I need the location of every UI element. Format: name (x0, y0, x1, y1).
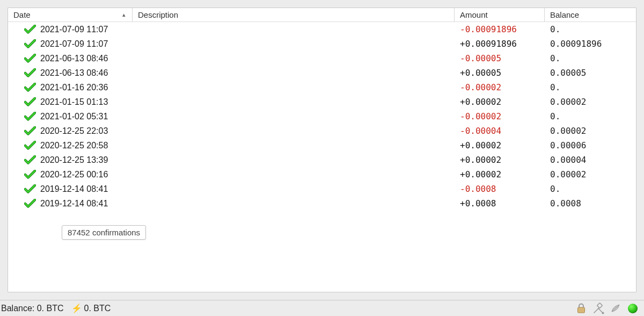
cell-amount: -0.00002 (455, 111, 545, 121)
cell-balance: 0.00004 (545, 155, 636, 165)
cell-balance: 0.00002 (545, 169, 636, 179)
date-text: 2021-01-16 20:36 (40, 83, 108, 92)
confirmed-check-icon (24, 141, 36, 150)
cell-date: 2019-12-14 08:41 (8, 184, 133, 194)
cell-date: 2020-12-25 13:39 (8, 155, 133, 165)
history-table: Date ▴ Description Amount Balance 2021-0… (8, 8, 636, 292)
cell-amount: +0.00002 (455, 155, 545, 165)
date-text: 2021-06-13 08:46 (40, 54, 108, 63)
confirmed-check-icon (24, 184, 36, 194)
date-text: 2020-12-25 00:16 (40, 170, 108, 179)
cell-amount: -0.00002 (455, 82, 545, 92)
table-row[interactable]: 2019-12-14 08:41+0.00080.0008 (8, 196, 636, 211)
confirmed-check-icon (24, 39, 36, 49)
lightning-balance: ⚡ 0. BTC (71, 303, 111, 313)
date-text: 2021-07-09 11:07 (40, 25, 108, 34)
cell-date: 2019-12-14 08:41 (8, 199, 133, 209)
table-row[interactable]: 2021-06-13 08:46-0.000050. (8, 51, 636, 66)
confirmed-check-icon (24, 199, 36, 209)
svg-rect-2 (597, 303, 603, 308)
cell-balance: 0.00002 (545, 97, 636, 107)
cell-date: 2021-01-02 05:31 (8, 112, 133, 121)
column-header-balance-label: Balance (550, 10, 579, 19)
balance-value: 0. BTC (37, 304, 64, 313)
svg-line-3 (598, 308, 603, 313)
cell-amount: +0.00002 (455, 169, 545, 179)
table-row[interactable]: 2020-12-25 00:16+0.000020.00002 (8, 167, 636, 182)
cell-balance: 0.00091896 (545, 39, 636, 49)
cell-amount: +0.00002 (455, 140, 545, 150)
table-row[interactable]: 2020-12-25 22:03-0.000040.00002 (8, 124, 636, 138)
confirmed-check-icon (24, 68, 36, 78)
cell-amount: -0.0008 (455, 184, 545, 194)
confirmed-check-icon (24, 83, 36, 92)
table-row[interactable]: 2021-07-09 11:07-0.000918960. (8, 22, 636, 37)
date-text: 2020-12-25 13:39 (40, 155, 108, 165)
status-bar: Balance: 0. BTC ⚡ 0. BTC (0, 300, 644, 316)
svg-point-4 (602, 312, 604, 314)
table-row[interactable]: 2021-01-02 05:31-0.000020. (8, 109, 636, 124)
column-header-amount[interactable]: Amount (455, 8, 545, 21)
table-row[interactable]: 2021-07-09 11:07+0.000918960.00091896 (8, 37, 636, 51)
confirmed-check-icon (24, 54, 36, 63)
cell-amount: +0.00002 (455, 97, 545, 107)
confirmed-check-icon (24, 170, 36, 179)
cell-balance: 0.00006 (545, 140, 636, 150)
table-row[interactable]: 2020-12-25 20:58+0.000020.00006 (8, 138, 636, 153)
cell-balance: 0. (545, 24, 636, 34)
date-text: 2021-01-15 01:13 (40, 97, 108, 107)
column-header-balance[interactable]: Balance (545, 8, 636, 21)
lightning-icon: ⚡ (71, 303, 82, 313)
svg-rect-0 (578, 307, 585, 313)
table-row[interactable]: 2019-12-14 08:41-0.00080. (8, 182, 636, 196)
status-bar-tools (575, 303, 639, 314)
date-text: 2021-01-02 05:31 (40, 112, 108, 121)
lock-icon[interactable] (575, 303, 587, 314)
date-text: 2019-12-14 08:41 (40, 199, 108, 209)
cell-date: 2021-06-13 08:46 (8, 54, 133, 63)
cell-amount: +0.00091896 (455, 39, 545, 49)
cell-amount: +0.00005 (455, 68, 545, 78)
cell-date: 2021-06-13 08:46 (8, 68, 133, 78)
confirmed-check-icon (24, 112, 36, 121)
table-body: 2021-07-09 11:07-0.000918960. 2021-07-09… (8, 22, 636, 292)
date-text: 2021-06-13 08:46 (40, 68, 108, 78)
confirmed-check-icon (24, 97, 36, 107)
confirmed-check-icon (24, 25, 36, 34)
cell-date: 2021-07-09 11:07 (8, 25, 133, 34)
confirmed-check-icon (24, 126, 36, 136)
balance-label: Balance: 0. BTC (1, 304, 64, 313)
cell-amount: +0.0008 (455, 198, 545, 209)
cell-balance: 0. (545, 184, 636, 194)
cell-amount: -0.00091896 (455, 24, 545, 34)
date-text: 2021-07-09 11:07 (40, 39, 108, 49)
sort-indicator-asc-icon: ▴ (122, 11, 126, 18)
preferences-icon[interactable] (592, 303, 604, 314)
date-text: 2019-12-14 08:41 (40, 184, 108, 194)
column-header-description-label: Description (138, 10, 178, 19)
table-row[interactable]: 2021-01-15 01:13+0.000020.00002 (8, 95, 636, 109)
cell-amount: -0.00005 (455, 53, 545, 63)
column-header-description[interactable]: Description (133, 8, 455, 21)
cell-date: 2020-12-25 22:03 (8, 126, 133, 136)
column-header-amount-label: Amount (460, 10, 488, 19)
table-row[interactable]: 2021-01-16 20:36-0.000020. (8, 80, 636, 95)
cell-balance: 0. (545, 53, 636, 63)
cell-date: 2021-01-15 01:13 (8, 97, 133, 107)
cell-date: 2021-07-09 11:07 (8, 39, 133, 49)
cell-balance: 0.00002 (545, 126, 636, 136)
table-row[interactable]: 2021-06-13 08:46+0.000050.00005 (8, 66, 636, 80)
confirmed-check-icon (24, 155, 36, 165)
cell-date: 2020-12-25 20:58 (8, 141, 133, 150)
cell-date: 2020-12-25 00:16 (8, 170, 133, 179)
seed-icon[interactable] (610, 303, 621, 314)
cell-balance: 0.00005 (545, 68, 636, 78)
network-status-led[interactable] (627, 303, 639, 314)
table-row[interactable]: 2020-12-25 13:39+0.000020.00004 (8, 153, 636, 167)
column-header-date[interactable]: Date ▴ (8, 8, 133, 21)
confirmations-tooltip: 87452 confirmations (62, 225, 146, 240)
cell-balance: 0.0008 (545, 198, 636, 209)
date-text: 2020-12-25 22:03 (40, 126, 108, 136)
cell-balance: 0. (545, 82, 636, 92)
cell-date: 2021-01-16 20:36 (8, 83, 133, 92)
